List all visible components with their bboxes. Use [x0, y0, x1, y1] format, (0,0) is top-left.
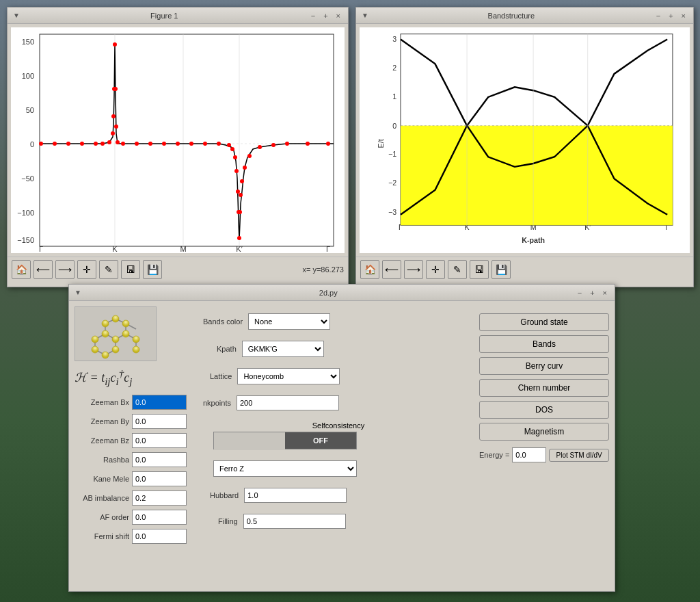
rashba-input[interactable] — [132, 452, 187, 467]
figure1-edit-btn[interactable]: ✎ — [99, 260, 118, 279]
svg-point-55 — [326, 142, 330, 146]
svg-rect-12 — [40, 34, 334, 246]
figure1-toolbar: 🏠 ⟵ ⟶ ✛ ✎ 🖫 💾 x= y=86.273 — [8, 257, 348, 282]
left-panel: ℋ = tijci†cj Zeeman Bx Zeeman By Zeeman … — [75, 306, 198, 586]
kpath-select[interactable]: GKMK'G GM GK — [242, 341, 324, 357]
bandstructure-svg: E/t 3 2 1 0 −1 −2 −3 Γ K M K′ Γ K-path — [360, 27, 690, 253]
figure1-plot: 150 100 50 0 −50 −100 −150 Γ K M K′ Γ — [11, 27, 345, 253]
nkpoints-row: nkpoints — [203, 395, 474, 410]
mainwindow-minimize[interactable]: − — [576, 289, 584, 297]
svg-text:0: 0 — [392, 122, 396, 130]
figure1-arrow[interactable]: ▼ — [13, 12, 20, 19]
dos-button[interactable]: DOS — [479, 401, 609, 419]
svg-point-24 — [111, 131, 115, 135]
ab-imbalance-row: AB imbalance — [75, 490, 198, 506]
mainwindow-maximize[interactable]: + — [588, 289, 596, 297]
svg-point-93 — [112, 346, 119, 353]
figure1-maximize[interactable]: + — [321, 12, 329, 20]
bandstructure-back-btn[interactable]: ⟵ — [382, 260, 401, 279]
svg-text:−2: −2 — [388, 179, 396, 187]
mainwindow-arrow[interactable]: ▼ — [75, 289, 81, 296]
zeeman-by-input[interactable] — [132, 414, 187, 429]
bandstructure-maximize[interactable]: + — [667, 12, 675, 20]
bandstructure-toolbar: 🏠 ⟵ ⟶ ✛ ✎ 🖫 💾 — [356, 257, 693, 282]
zeeman-bz-input[interactable] — [132, 433, 187, 448]
selfconsistency-section: Selfconsistency OFF — [203, 421, 474, 449]
svg-point-101 — [112, 315, 119, 322]
svg-point-18 — [53, 142, 57, 146]
figure1-disk-btn[interactable]: 💾 — [143, 260, 162, 279]
figure1-forward-btn[interactable]: ⟶ — [55, 260, 75, 279]
kpath-row: Kpath GKMK'G GM GK — [203, 341, 474, 357]
bandstructure-arrow[interactable]: ▼ — [362, 12, 368, 19]
bands-color-label: Bands color — [203, 317, 243, 326]
svg-text:50: 50 — [26, 106, 34, 114]
magnetism-button[interactable]: Magnetism — [479, 423, 609, 441]
bandstructure-plot: E/t 3 2 1 0 −1 −2 −3 Γ K M K′ Γ K-path — [360, 27, 690, 253]
lattice-label: Lattice — [210, 372, 232, 380]
bandstructure-close[interactable]: × — [679, 12, 688, 20]
rashba-label: Rashba — [75, 456, 129, 464]
svg-point-39 — [227, 143, 231, 147]
hubbard-input[interactable] — [244, 488, 347, 503]
svg-point-32 — [135, 142, 139, 146]
svg-point-91 — [102, 330, 109, 337]
mainwindow-controls: − + × — [576, 289, 609, 297]
ab-imbalance-input[interactable] — [132, 490, 187, 506]
mainwindow-close[interactable]: × — [601, 289, 609, 297]
zeeman-bx-input[interactable] — [132, 395, 187, 410]
ferro-z-select[interactable]: Ferro Z Ferro X AFM — [213, 460, 357, 477]
svg-point-25 — [111, 114, 116, 118]
energy-input[interactable] — [512, 447, 546, 462]
figure1-move-btn[interactable]: ✛ — [77, 260, 96, 279]
figure1-window: ▼ Figure 1 − + × 150 100 50 0 −50 −100 −… — [7, 7, 349, 287]
zeeman-bz-row: Zeeman Bz — [75, 433, 198, 448]
af-order-row: AF order — [75, 510, 198, 525]
svg-point-19 — [66, 142, 70, 146]
svg-point-37 — [203, 142, 207, 146]
bandstructure-move-btn[interactable]: ✛ — [426, 260, 445, 279]
svg-point-100 — [122, 320, 129, 327]
svg-point-95 — [92, 346, 98, 353]
nkpoints-input[interactable] — [237, 395, 339, 410]
svg-text:−100: −100 — [17, 209, 34, 217]
svg-text:−50: −50 — [21, 174, 34, 183]
figure1-controls: − + × — [309, 12, 342, 20]
svg-point-35 — [176, 142, 180, 146]
chern-number-button[interactable]: Chern number — [479, 379, 609, 397]
selfconsistency-toggle[interactable]: OFF — [213, 432, 357, 449]
kane-mele-label: Kane Mele — [75, 475, 129, 483]
energy-row: Energy = Plot STM dI/dV — [479, 447, 609, 462]
svg-point-54 — [306, 142, 310, 146]
figure1-close[interactable]: × — [334, 12, 342, 20]
bandstructure-save-btn[interactable]: 🖫 — [470, 260, 489, 279]
svg-point-40 — [230, 147, 234, 151]
figure1-home-btn[interactable]: 🏠 — [12, 260, 31, 279]
bandstructure-minimize[interactable]: − — [654, 12, 662, 20]
bands-button[interactable]: Bands — [479, 335, 609, 353]
berry-curv-button[interactable]: Berry curv — [479, 357, 609, 375]
svg-text:150: 150 — [22, 38, 34, 46]
center-panel: Bands color None Red Blue Green Kpath GK… — [203, 306, 474, 586]
bandstructure-edit-btn[interactable]: ✎ — [448, 260, 467, 279]
plot-stm-button[interactable]: Plot STM dI/dV — [549, 449, 609, 462]
bands-color-select[interactable]: None Red Blue Green — [248, 313, 330, 330]
fermi-shift-input[interactable] — [132, 529, 187, 544]
af-order-input[interactable] — [132, 510, 187, 525]
bandstructure-home-btn[interactable]: 🏠 — [360, 260, 379, 279]
bandstructure-forward-btn[interactable]: ⟶ — [404, 260, 423, 279]
figure1-minimize[interactable]: − — [309, 12, 317, 20]
ground-state-button[interactable]: Ground state — [479, 313, 609, 331]
svg-text:3: 3 — [392, 35, 396, 43]
fermi-shift-row: Fermi shift — [75, 529, 198, 544]
bandstructure-disk-btn[interactable]: 💾 — [492, 260, 511, 279]
mainwindow-title: 2d.py — [81, 289, 576, 297]
figure1-save-btn[interactable]: 🖫 — [121, 260, 140, 279]
lattice-select[interactable]: Honeycomb Square Triangular — [237, 368, 340, 384]
nkpoints-label: nkpoints — [203, 399, 231, 407]
svg-point-52 — [271, 143, 275, 147]
svg-point-31 — [121, 142, 125, 146]
filling-input[interactable] — [243, 514, 346, 529]
kane-mele-input[interactable] — [132, 471, 187, 486]
figure1-back-btn[interactable]: ⟵ — [33, 260, 53, 279]
